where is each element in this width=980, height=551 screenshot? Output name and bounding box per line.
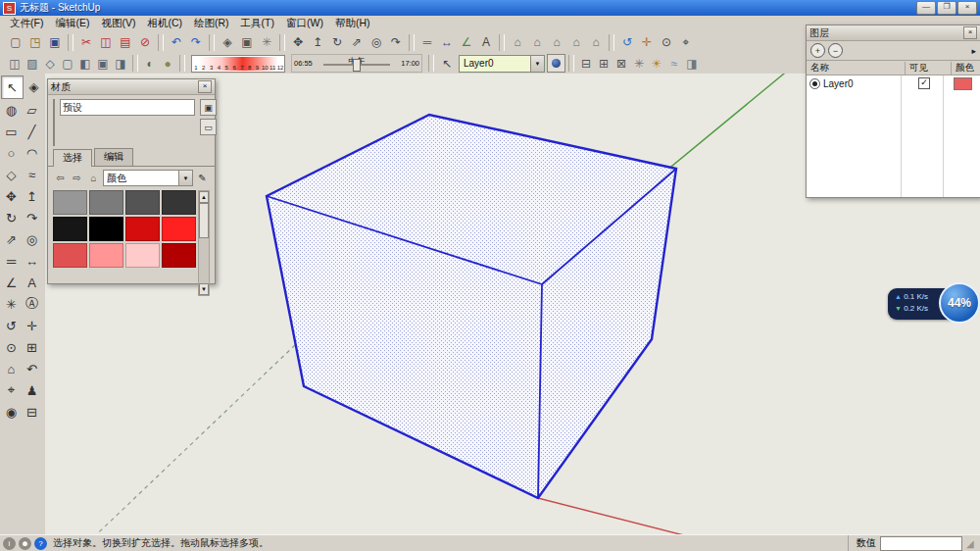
layer-details-button[interactable]: ▸ bbox=[971, 46, 976, 56]
color-swatch[interactable] bbox=[125, 217, 160, 241]
view-top-button[interactable]: ⌂ bbox=[527, 33, 547, 52]
orbit-tool-button[interactable]: ↺ bbox=[617, 33, 637, 52]
zoom-extents-button[interactable]: ⌖ bbox=[676, 33, 696, 52]
shadow-time-slider[interactable]: 06:55 中午 17:00 bbox=[291, 54, 422, 73]
zoom-window-tool-button[interactable]: ⊞ bbox=[22, 336, 42, 358]
dimension-tool-button[interactable]: ↔ bbox=[22, 250, 42, 272]
sample-paint-button[interactable]: ▭ bbox=[200, 119, 217, 135]
xray-style-button[interactable]: ◫ bbox=[6, 54, 24, 73]
visible-checkbox[interactable]: ✓ bbox=[918, 77, 930, 89]
maximize-button[interactable]: ❐ bbox=[937, 1, 956, 15]
chevron-down-icon[interactable]: ▼ bbox=[178, 171, 192, 185]
close-icon[interactable]: × bbox=[198, 80, 212, 93]
color-swatch[interactable] bbox=[162, 243, 196, 268]
close-button[interactable]: × bbox=[957, 1, 977, 15]
view-iso-button[interactable]: ⌂ bbox=[508, 33, 527, 52]
orbit-tool-button[interactable]: ↺ bbox=[1, 315, 22, 336]
user-icon[interactable]: ☻ bbox=[19, 537, 31, 550]
make-component-button[interactable]: ◈ bbox=[218, 33, 237, 52]
help-icon[interactable]: ? bbox=[34, 537, 47, 550]
text-tool-button[interactable]: A bbox=[476, 33, 496, 52]
hidden-line-style-button[interactable]: ▢ bbox=[59, 54, 76, 73]
move-tool-button[interactable]: ✥ bbox=[1, 185, 22, 207]
materials-tab[interactable]: 选择 bbox=[53, 149, 92, 167]
scale-tool-button[interactable]: ⇗ bbox=[1, 228, 22, 250]
close-icon[interactable]: × bbox=[963, 26, 977, 39]
minimize-button[interactable]: — bbox=[916, 1, 936, 15]
explode-button[interactable]: ✳ bbox=[257, 33, 276, 52]
color-swatch[interactable] bbox=[125, 190, 160, 215]
cut-button[interactable]: ✂ bbox=[76, 33, 96, 52]
zoom-tool-button[interactable]: ⊙ bbox=[1, 336, 22, 358]
menu-item[interactable]: 文件(F) bbox=[4, 16, 49, 31]
add-layer-button[interactable]: + bbox=[810, 43, 825, 58]
column-visible[interactable]: 可见 bbox=[906, 62, 952, 75]
offset-tool-button[interactable]: ◎ bbox=[367, 33, 386, 52]
remove-layer-button[interactable]: − bbox=[828, 43, 843, 58]
offset-tool-button[interactable]: ◎ bbox=[22, 228, 42, 250]
layer-color-button[interactable] bbox=[547, 54, 565, 73]
color-swatch[interactable] bbox=[162, 217, 196, 241]
follow-me-tool-button[interactable]: ↷ bbox=[386, 33, 406, 52]
sample-paint-icon[interactable]: ✎ bbox=[195, 172, 210, 185]
color-swatch[interactable] bbox=[89, 190, 123, 215]
menu-item[interactable]: 窗口(W) bbox=[280, 16, 329, 31]
rotate-tool-button[interactable]: ↻ bbox=[1, 207, 22, 228]
move-tool-button[interactable]: ✥ bbox=[288, 33, 308, 52]
open-file-button[interactable]: ◳ bbox=[25, 33, 45, 52]
materials-tab[interactable]: 编辑 bbox=[94, 148, 133, 166]
view-right-button[interactable]: ⌂ bbox=[566, 33, 586, 52]
column-name[interactable]: 名称 bbox=[807, 62, 906, 75]
erase-button[interactable]: ⊘ bbox=[135, 33, 155, 52]
menu-item[interactable]: 相机(C) bbox=[141, 16, 188, 31]
3d-text-tool-button[interactable]: Ⓐ bbox=[22, 293, 42, 315]
save-button[interactable]: ▣ bbox=[45, 33, 65, 52]
active-layer-radio[interactable] bbox=[809, 78, 820, 89]
new-file-button[interactable]: ▢ bbox=[6, 33, 25, 52]
title-bar[interactable]: S 无标题 - SketchUp — ❐ × bbox=[0, 0, 980, 16]
time-slider-thumb[interactable] bbox=[353, 59, 361, 72]
make-group-button[interactable]: ▣ bbox=[237, 33, 257, 52]
menu-item[interactable]: 视图(V) bbox=[95, 16, 141, 31]
protractor-tool-button[interactable]: ∠ bbox=[1, 272, 22, 293]
monochrome-style-button[interactable]: ◨ bbox=[112, 54, 129, 73]
color-swatch[interactable] bbox=[89, 243, 123, 268]
scrollbar-thumb[interactable] bbox=[199, 203, 209, 238]
select-tool-button[interactable]: ↖ bbox=[1, 75, 24, 99]
color-swatch[interactable] bbox=[53, 243, 87, 268]
polygon-tool-button[interactable]: ◇ bbox=[1, 164, 22, 185]
shadows-button[interactable]: ☀ bbox=[648, 54, 665, 73]
tape-measure-button[interactable]: ═ bbox=[417, 33, 437, 52]
zoom-extents-tool-button[interactable]: ⌂ bbox=[1, 358, 22, 379]
fog-button[interactable]: ≈ bbox=[665, 54, 683, 73]
axes-tool-button[interactable]: ✳ bbox=[1, 293, 22, 315]
scroll-up-icon[interactable]: ▲ bbox=[199, 191, 209, 203]
column-color[interactable]: 颜色 bbox=[952, 62, 980, 75]
layers-panel-titlebar[interactable]: 图层 × bbox=[807, 25, 980, 41]
forward-arrow-icon[interactable]: ⇨ bbox=[70, 172, 84, 185]
make-component-tool-button[interactable]: ◈ bbox=[24, 75, 44, 97]
eraser-tool-button[interactable]: ▱ bbox=[22, 99, 42, 121]
view-back-button[interactable]: ⌂ bbox=[586, 33, 606, 52]
wireframe-style-button[interactable]: ◇ bbox=[41, 54, 59, 73]
undo-button[interactable]: ↶ bbox=[167, 33, 186, 52]
walk-tool-button[interactable]: ♟ bbox=[22, 379, 42, 401]
home-icon[interactable]: ⌂ bbox=[86, 172, 101, 185]
previous-view-button[interactable]: ↶ bbox=[22, 358, 42, 379]
menu-item[interactable]: 帮助(H) bbox=[329, 16, 376, 31]
menu-item[interactable]: 绘图(R) bbox=[188, 16, 235, 31]
paste-button[interactable]: ▤ bbox=[116, 33, 135, 52]
collection-select[interactable]: 颜色 ▼ bbox=[103, 170, 193, 186]
freehand-tool-button[interactable]: ≈ bbox=[22, 164, 42, 185]
section-display-button[interactable]: ⊞ bbox=[595, 54, 612, 73]
redo-button[interactable]: ↷ bbox=[186, 33, 206, 52]
arc-tool-button[interactable]: ◠ bbox=[22, 142, 42, 164]
dimension-button[interactable]: ↔ bbox=[437, 33, 457, 52]
color-swatch[interactable] bbox=[125, 243, 160, 268]
menu-item[interactable]: 工具(T) bbox=[235, 16, 280, 31]
zoom-tool-button[interactable]: ⊙ bbox=[657, 33, 676, 52]
follow-me-tool-button[interactable]: ↷ bbox=[22, 207, 42, 228]
pan-tool-button[interactable]: ✛ bbox=[637, 33, 657, 52]
network-speed-overlay[interactable]: ▲ 0.1 K/s ▼ 0.2 K/s 44% bbox=[888, 282, 980, 326]
shadow-toggle-button[interactable]: ● bbox=[159, 54, 176, 73]
